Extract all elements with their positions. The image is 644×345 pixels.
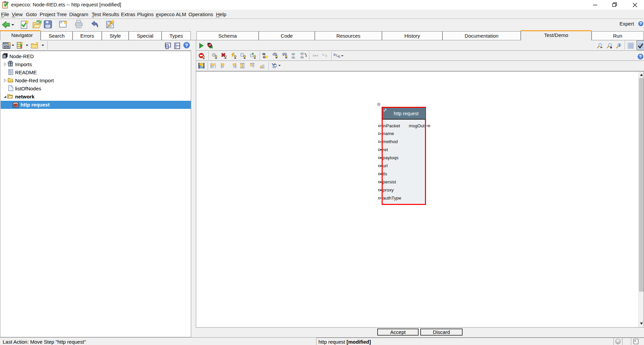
svg-text:1: 1 bbox=[618, 43, 620, 47]
svg-text:?: ? bbox=[325, 54, 326, 55]
svg-text:?: ? bbox=[185, 43, 188, 48]
svg-text:?: ? bbox=[639, 54, 642, 59]
svg-text:?: ? bbox=[640, 21, 642, 26]
